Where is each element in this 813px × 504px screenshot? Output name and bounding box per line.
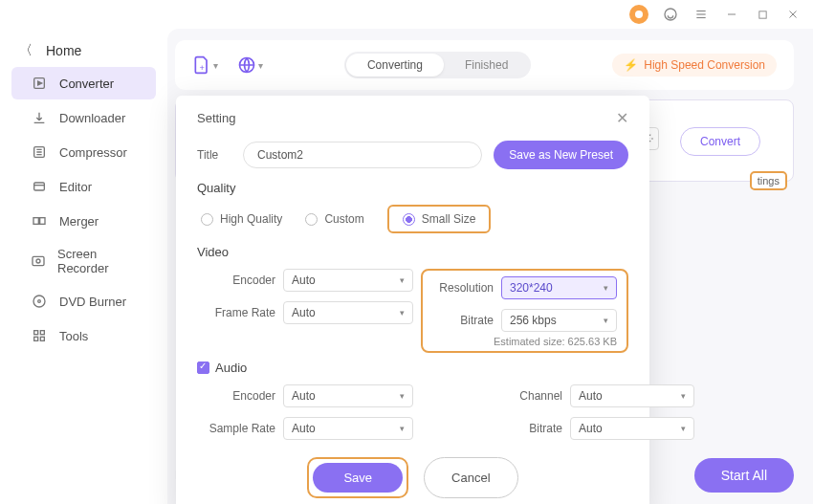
cancel-button[interactable]: Cancel xyxy=(424,457,517,498)
content-toolbar: + ▾ ▾ Converting Finished ⚡ High Speed C… xyxy=(175,40,794,90)
audio-heading: Audio xyxy=(197,361,628,375)
high-speed-badge[interactable]: ⚡ High Speed Conversion xyxy=(612,54,777,77)
quality-radio-group: High Quality Custom Small Size xyxy=(197,205,628,233)
app-window: 〈 Home Converter Downloader Compressor E… xyxy=(0,0,813,504)
home-label: Home xyxy=(46,43,81,58)
video-heading: Video xyxy=(197,245,628,259)
add-file-icon[interactable]: + ▾ xyxy=(192,55,218,75)
chevron-down-icon: ▾ xyxy=(681,391,686,401)
tab-finished[interactable]: Finished xyxy=(444,54,529,77)
home-back[interactable]: 〈 Home xyxy=(0,36,167,65)
svg-rect-19 xyxy=(40,331,44,335)
sidebar-item-editor[interactable]: Editor xyxy=(11,170,156,203)
tools-icon xyxy=(31,327,48,344)
radio-label: Custom xyxy=(324,212,363,226)
video-encoder-select[interactable]: Auto▾ xyxy=(283,269,413,292)
svg-rect-5 xyxy=(758,11,765,17)
sidebar-item-merger[interactable]: Merger xyxy=(11,205,156,237)
title-input[interactable] xyxy=(243,142,482,168)
quality-heading: Quality xyxy=(197,181,628,195)
sidebar-item-label: Tools xyxy=(59,329,88,343)
chevron-down-icon: ▾ xyxy=(400,424,405,433)
audio-bitrate-label: Bitrate xyxy=(486,422,562,435)
support-icon[interactable] xyxy=(662,6,679,23)
audio-encoder-label: Encoder xyxy=(197,389,275,403)
svg-rect-12 xyxy=(33,218,38,225)
quality-high-option[interactable]: High Quality xyxy=(201,205,282,233)
close-icon[interactable] xyxy=(784,6,802,23)
svg-rect-13 xyxy=(40,218,45,225)
sidebar-item-label: Editor xyxy=(59,180,92,194)
titlebar xyxy=(0,0,813,29)
menu-icon[interactable] xyxy=(692,6,710,23)
start-all-button[interactable]: Start All xyxy=(694,458,794,493)
merger-icon xyxy=(31,212,48,230)
chevron-down-icon: ▾ xyxy=(604,283,608,293)
sidebar-item-label: Downloader xyxy=(59,111,125,125)
chevron-down-icon: ▾ xyxy=(400,308,405,318)
radio-icon xyxy=(201,213,213,226)
save-preset-button[interactable]: Save as New Preset xyxy=(494,141,628,169)
tab-toggle: Converting Finished xyxy=(344,52,531,78)
modal-header: Setting ✕ xyxy=(197,109,628,127)
radio-icon xyxy=(403,213,415,226)
radio-label: High Quality xyxy=(220,212,282,226)
video-encoder-label: Encoder xyxy=(197,274,275,287)
quality-custom-option[interactable]: Custom xyxy=(305,205,363,233)
convert-button[interactable]: Convert xyxy=(680,127,760,156)
dvd-icon xyxy=(31,293,48,310)
settings-highlight-tag: tings xyxy=(750,171,787,190)
sidebar-item-label: Compressor xyxy=(59,145,127,160)
svg-point-16 xyxy=(33,296,45,307)
sidebar-item-label: Converter xyxy=(59,77,114,91)
svg-rect-11 xyxy=(34,183,45,190)
title-label: Title xyxy=(197,148,243,162)
svg-rect-14 xyxy=(33,256,44,265)
add-url-icon[interactable]: ▾ xyxy=(237,55,263,75)
sidebar-item-converter[interactable]: Converter xyxy=(11,67,156,99)
sidebar-item-tools[interactable]: Tools xyxy=(11,319,156,352)
svg-point-17 xyxy=(38,300,41,303)
sidebar-item-label: DVD Burner xyxy=(59,295,126,309)
save-button[interactable]: Save xyxy=(313,463,403,493)
audio-form: Encoder Auto▾ Channel Auto▾ Sample Rate … xyxy=(197,384,628,440)
audio-bitrate-select[interactable]: Auto▾ xyxy=(570,417,694,440)
quality-small-option[interactable]: Small Size xyxy=(387,205,492,233)
maximize-icon[interactable] xyxy=(754,6,771,23)
modal-close-icon[interactable]: ✕ xyxy=(616,109,628,127)
sample-rate-label: Sample Rate xyxy=(197,422,275,435)
minimize-icon[interactable] xyxy=(723,6,740,23)
radio-label: Small Size xyxy=(422,212,476,226)
sidebar-item-compressor[interactable]: Compressor xyxy=(11,136,156,168)
resolution-select[interactable]: 320*240▾ xyxy=(501,276,617,299)
video-bitrate-label: Bitrate xyxy=(432,314,494,327)
svg-marker-9 xyxy=(38,81,42,85)
sidebar-item-dvd-burner[interactable]: DVD Burner xyxy=(11,285,156,318)
user-avatar-icon[interactable] xyxy=(629,5,648,24)
settings-modal: Setting ✕ Title Save as New Preset Quali… xyxy=(176,96,649,504)
video-bitrate-select[interactable]: 256 kbps▾ xyxy=(501,309,617,332)
channel-select[interactable]: Auto▾ xyxy=(570,384,694,407)
sidebar-item-label: Merger xyxy=(59,214,99,229)
sidebar: 〈 Home Converter Downloader Compressor E… xyxy=(0,29,167,504)
sidebar-item-screen-recorder[interactable]: Screen Recorder xyxy=(11,239,156,283)
title-row: Title Save as New Preset xyxy=(197,141,628,169)
sidebar-item-label: Screen Recorder xyxy=(57,247,137,275)
tab-converting[interactable]: Converting xyxy=(346,54,444,77)
chevron-down-icon: ▾ xyxy=(258,60,263,71)
chevron-down-icon: ▾ xyxy=(400,275,405,285)
download-icon xyxy=(31,109,48,126)
editor-icon xyxy=(31,178,48,195)
audio-checkbox[interactable] xyxy=(197,362,209,374)
audio-encoder-select[interactable]: Auto▾ xyxy=(283,384,413,407)
frame-rate-select[interactable]: Auto▾ xyxy=(283,301,413,324)
chevron-down-icon: ▾ xyxy=(400,391,405,401)
radio-icon xyxy=(305,213,318,226)
chevron-down-icon: ▾ xyxy=(604,316,608,325)
resolution-label: Resolution xyxy=(432,281,494,295)
modal-title: Setting xyxy=(197,111,235,125)
sample-rate-select[interactable]: Auto▾ xyxy=(283,417,413,440)
modal-actions: Save Cancel xyxy=(197,457,628,498)
sidebar-item-downloader[interactable]: Downloader xyxy=(11,101,156,134)
chevron-down-icon: ▾ xyxy=(213,60,218,71)
